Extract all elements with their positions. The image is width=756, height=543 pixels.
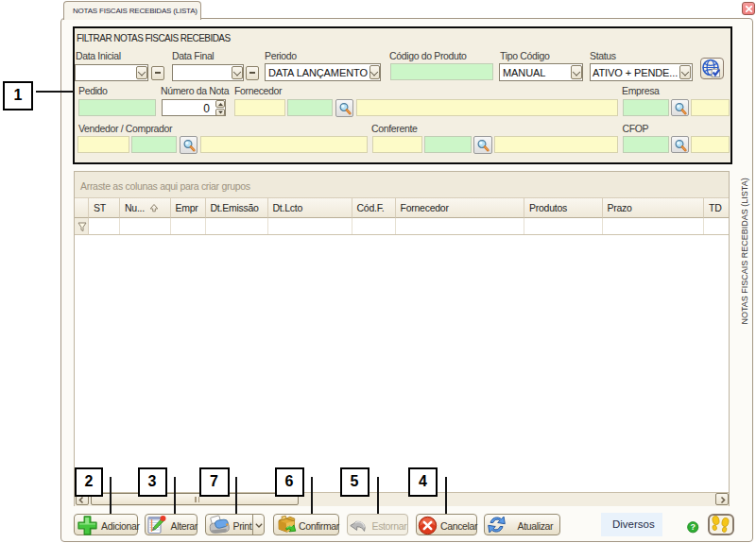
svg-text:?: ? <box>690 522 696 532</box>
